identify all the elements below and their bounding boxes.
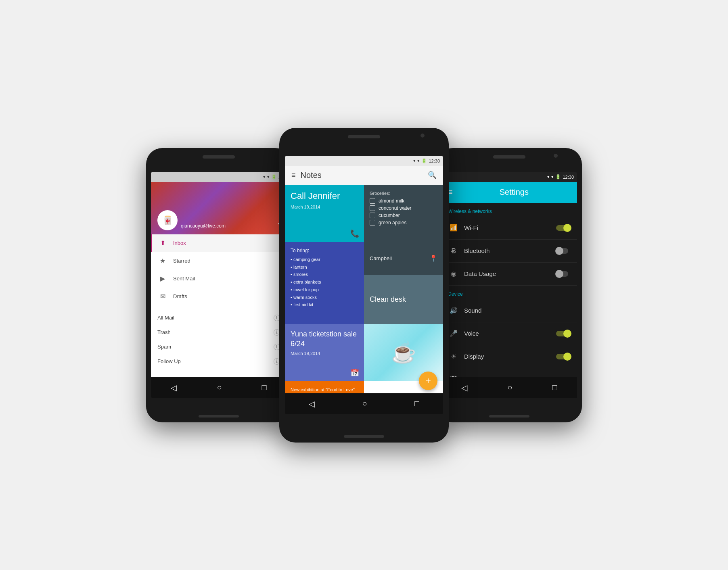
toggle-knob: [555, 247, 563, 255]
nav-trash[interactable]: Trash ℹ: [151, 325, 287, 340]
settings-display[interactable]: ☀ Display: [441, 345, 577, 368]
search-icon[interactable]: 🔍: [428, 171, 437, 180]
bluetooth-icon: Ƀ: [448, 245, 459, 257]
location-text: Campbell: [370, 255, 392, 261]
bottom-bar-center: [344, 435, 384, 438]
note-call-jennifer[interactable]: Call Jennifer March 19,2014 📞: [285, 185, 364, 242]
screen-right: ▾ ▾ 🔋 12:30 ≡ Settings Wireless & networ…: [441, 172, 577, 398]
grocery-item: almond milk: [370, 198, 437, 204]
phone-icon: 📞: [350, 229, 359, 238]
voice-toggle[interactable]: [556, 330, 571, 338]
time-center: 12:30: [429, 159, 440, 163]
nav-allmail[interactable]: All Mail ℹ: [151, 311, 287, 325]
nav-bar-left: ◁ ○ □: [151, 377, 287, 398]
display-toggle[interactable]: [556, 353, 571, 361]
section-wireless: Wireless & networks: [441, 203, 577, 217]
phones-container: ▾ ▾ 🔋 12 🀄 qiancaoyu@live.com ▾ ⬆: [146, 128, 582, 443]
wifi-setting-icon: 📶: [448, 222, 459, 234]
trash-label: Trash: [157, 329, 171, 335]
grocery-text: almond milk: [379, 198, 404, 204]
drafts-label: Drafts: [173, 293, 187, 299]
note-groceries[interactable]: Groceries: almond milk conconut water cu…: [364, 185, 443, 242]
data-toggle[interactable]: [556, 270, 571, 278]
recents-icon-r[interactable]: □: [552, 383, 557, 392]
back-icon-c[interactable]: ◁: [309, 399, 315, 409]
checkbox-2: [370, 205, 375, 211]
settings-bluetooth[interactable]: Ƀ Bluetooth: [441, 240, 577, 263]
phone-left: ▾ ▾ 🔋 12 🀄 qiancaoyu@live.com ▾ ⬆: [146, 148, 291, 422]
note-campbell[interactable]: Campbell 📍: [364, 242, 443, 275]
note-date: March 19,2014: [291, 205, 358, 209]
data-icon: ◉: [448, 268, 459, 280]
note-tobring[interactable]: To bring: • camping gear • lantern • smo…: [285, 242, 364, 324]
section-device: Device: [441, 286, 577, 299]
grocery-text: green apples: [379, 220, 406, 225]
allmail-label: All Mail: [157, 315, 174, 321]
drafts-icon: ✉: [159, 292, 167, 301]
fab-button[interactable]: +: [419, 372, 437, 390]
bluetooth-label: Bluetooth: [464, 247, 551, 254]
signal-icon-c: ▾: [413, 158, 416, 163]
grocery-item: conconut water: [370, 205, 437, 211]
nav-bar-right: ◁ ○ □: [441, 377, 577, 398]
bluetooth-toggle[interactable]: [556, 247, 571, 255]
note-yuna[interactable]: Yuna ticketstion sale 6/24 March 19,2014…: [285, 324, 364, 381]
home-icon-r[interactable]: ○: [507, 383, 512, 392]
speaker-right: [493, 155, 525, 159]
gmail-header: 🀄 qiancaoyu@live.com ▾: [151, 182, 287, 234]
nav-starred[interactable]: ★ Starred: [151, 252, 287, 270]
wifi-toggle[interactable]: [556, 224, 571, 232]
display-label: Display: [464, 353, 551, 360]
nav-followup[interactable]: Follow Up ℹ: [151, 354, 287, 369]
note-list: • camping gear • lantern • smores • extr…: [291, 256, 358, 309]
nav-sent[interactable]: ▶ Sent Mail: [151, 270, 287, 288]
checkbox-3: [370, 213, 375, 218]
menu-icon[interactable]: ≡: [291, 171, 296, 180]
wifi-icon: ▾: [267, 174, 270, 180]
home-icon-c[interactable]: ○: [362, 399, 367, 408]
toggle-knob: [563, 353, 571, 361]
nav-drafts[interactable]: ✉ Drafts: [151, 288, 287, 305]
sent-label: Sent Mail: [173, 276, 195, 282]
home-icon[interactable]: ○: [217, 383, 222, 392]
notes-toolbar: ≡ Notes 🔍: [285, 166, 443, 185]
grocery-text: conconut water: [379, 205, 411, 211]
note-cleandesk[interactable]: Clean desk: [364, 275, 443, 324]
screen-center: ▾ ▾ 🔋 12:30 ≡ Notes 🔍 Call Jennifer Ma: [285, 156, 443, 414]
location-note: Campbell 📍: [370, 255, 437, 262]
spam-label: Spam: [157, 344, 171, 350]
recents-icon-c[interactable]: □: [414, 399, 419, 408]
grocery-item: green apples: [370, 220, 437, 225]
speaker-left: [203, 155, 235, 159]
battery-icon-r: 🔋: [555, 174, 561, 180]
settings-voice[interactable]: 🎤 Voice: [441, 322, 577, 345]
grocery-text: cucumber: [379, 213, 400, 218]
back-icon[interactable]: ◁: [171, 383, 177, 393]
status-bar-center: ▾ ▾ 🔋 12:30: [285, 156, 443, 166]
settings-data[interactable]: ◉ Data Usage: [441, 263, 577, 286]
coffee-cup-icon: ☕: [391, 341, 416, 364]
sound-label: Sound: [464, 307, 571, 314]
status-bar-left: ▾ ▾ 🔋 12: [151, 172, 287, 182]
battery-icon-c: 🔋: [421, 158, 427, 163]
status-bar-right: ▾ ▾ 🔋 12:30: [441, 172, 577, 182]
speaker-center: [348, 135, 380, 138]
screen-left: ▾ ▾ 🔋 12 🀄 qiancaoyu@live.com ▾ ⬆: [151, 172, 287, 398]
star-icon: ★: [159, 257, 167, 265]
nav-spam[interactable]: Spam ℹ: [151, 340, 287, 354]
signal-icon: ▾: [263, 174, 266, 180]
toggle-knob: [563, 330, 571, 338]
camera-center: [420, 134, 425, 138]
settings-wifi[interactable]: 📶 Wi-Fi: [441, 217, 577, 240]
phone-center: ▾ ▾ 🔋 12:30 ≡ Notes 🔍 Call Jennifer Ma: [279, 128, 449, 443]
time-right: 12:30: [563, 175, 574, 180]
settings-sound[interactable]: 🔊 Sound: [441, 299, 577, 322]
recents-icon[interactable]: □: [261, 383, 266, 392]
nav-inbox[interactable]: ⬆ Inbox: [151, 234, 287, 252]
voice-label: Voice: [464, 330, 551, 337]
toggle-knob: [563, 224, 571, 232]
battery-icon: 🔋: [271, 174, 277, 180]
back-icon-r[interactable]: ◁: [461, 383, 467, 393]
followup-label: Follow Up: [157, 358, 181, 364]
data-label: Data Usage: [464, 270, 551, 277]
